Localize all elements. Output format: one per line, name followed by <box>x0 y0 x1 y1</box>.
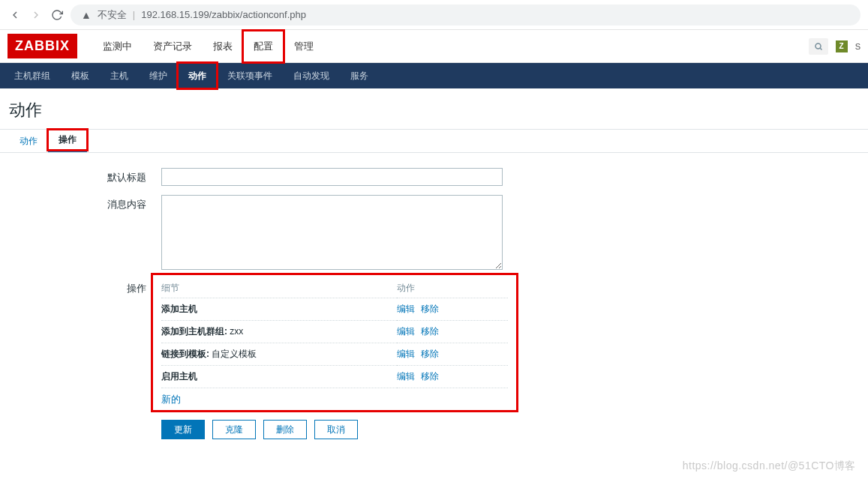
sub-nav: 主机群组模板主机维护动作关联项事件自动发现服务 <box>0 63 868 88</box>
edit-link[interactable]: 编辑 <box>397 326 415 337</box>
search-button[interactable] <box>809 38 828 55</box>
forward-icon <box>29 7 44 22</box>
operations-label: 操作 <box>0 279 161 295</box>
sub-nav-模板[interactable]: 模板 <box>61 63 100 88</box>
op-actions: 编辑 移除 <box>397 343 508 366</box>
logo[interactable]: ZABBIX <box>8 34 77 58</box>
update-button[interactable]: 更新 <box>161 420 205 439</box>
insecure-icon: ▲ <box>81 9 92 21</box>
op-actions: 编辑 移除 <box>397 321 508 343</box>
edit-link[interactable]: 编辑 <box>397 371 415 382</box>
op-detail: 链接到模板: 自定义模板 <box>161 343 397 366</box>
edit-link[interactable]: 编辑 <box>397 304 415 314</box>
svg-point-0 <box>815 43 821 49</box>
share-icon[interactable]: Z <box>836 40 848 52</box>
page-title: 动作 <box>0 88 868 129</box>
app-header: ZABBIX 监测中资产记录报表配置管理 Z S <box>0 30 868 63</box>
message-content-label: 消息内容 <box>0 195 161 211</box>
share-label: S <box>855 42 860 51</box>
top-menu: 监测中资产记录报表配置管理 <box>92 31 324 62</box>
table-row: 启用主机编辑 移除 <box>161 366 508 388</box>
table-row: 链接到模板: 自定义模板编辑 移除 <box>161 343 508 366</box>
separator: | <box>133 9 135 20</box>
col-details: 细节 <box>161 279 397 298</box>
form-area: 默认标题 消息内容 操作 细节 动作 添加主机编辑 移除添加到主机群组: zxx… <box>0 153 868 462</box>
tabs: 动作操作 <box>0 129 868 153</box>
sub-nav-服务[interactable]: 服务 <box>340 63 379 88</box>
top-menu-配置[interactable]: 配置 <box>243 31 284 62</box>
op-detail: 启用主机 <box>161 366 397 388</box>
op-actions: 编辑 移除 <box>397 298 508 321</box>
sub-nav-关联项事件[interactable]: 关联项事件 <box>217 63 283 88</box>
sub-nav-自动发现[interactable]: 自动发现 <box>283 63 340 88</box>
address-bar[interactable]: ▲ 不安全 | 192.168.15.199/zabbix/actionconf… <box>71 4 860 25</box>
op-actions: 编辑 移除 <box>397 366 508 388</box>
table-row: 添加到主机群组: zxx编辑 移除 <box>161 321 508 343</box>
default-subject-input[interactable] <box>161 168 503 186</box>
remove-link[interactable]: 移除 <box>421 371 439 382</box>
remove-link[interactable]: 移除 <box>421 326 439 337</box>
top-menu-管理[interactable]: 管理 <box>284 31 324 62</box>
reload-icon[interactable] <box>50 7 65 22</box>
top-menu-监测中[interactable]: 监测中 <box>92 31 143 62</box>
insecure-label: 不安全 <box>98 8 127 22</box>
new-operation-link[interactable]: 新的 <box>161 388 181 406</box>
sub-nav-主机[interactable]: 主机 <box>100 63 139 88</box>
tab-动作[interactable]: 动作 <box>9 130 48 152</box>
tab-操作[interactable]: 操作 <box>48 130 87 152</box>
default-subject-label: 默认标题 <box>0 168 161 184</box>
cancel-button[interactable]: 取消 <box>314 420 358 439</box>
clone-button[interactable]: 克隆 <box>212 420 256 439</box>
url-text: 192.168.15.199/zabbix/actionconf.php <box>141 9 306 20</box>
remove-link[interactable]: 移除 <box>421 349 439 359</box>
back-icon[interactable] <box>8 7 23 22</box>
op-detail: 添加主机 <box>161 298 397 321</box>
op-detail: 添加到主机群组: zxx <box>161 321 397 343</box>
remove-link[interactable]: 移除 <box>421 304 439 314</box>
operations-table: 细节 动作 添加主机编辑 移除添加到主机群组: zxx编辑 移除链接到模板: 自… <box>161 279 508 388</box>
sub-nav-主机群组[interactable]: 主机群组 <box>4 63 61 88</box>
delete-button[interactable]: 删除 <box>263 420 307 439</box>
col-action: 动作 <box>397 279 508 298</box>
sub-nav-动作[interactable]: 动作 <box>178 63 217 88</box>
svg-line-1 <box>820 48 821 49</box>
table-row: 添加主机编辑 移除 <box>161 298 508 321</box>
browser-bar: ▲ 不安全 | 192.168.15.199/zabbix/actionconf… <box>0 0 868 30</box>
edit-link[interactable]: 编辑 <box>397 349 415 359</box>
sub-nav-维护[interactable]: 维护 <box>139 63 178 88</box>
top-menu-资产记录[interactable]: 资产记录 <box>143 31 203 62</box>
top-menu-报表[interactable]: 报表 <box>203 31 243 62</box>
operations-panel: 细节 动作 添加主机编辑 移除添加到主机群组: zxx编辑 移除链接到模板: 自… <box>161 279 508 406</box>
button-row: 更新 克隆 删除 取消 <box>161 420 868 439</box>
message-content-textarea[interactable] <box>161 195 503 270</box>
